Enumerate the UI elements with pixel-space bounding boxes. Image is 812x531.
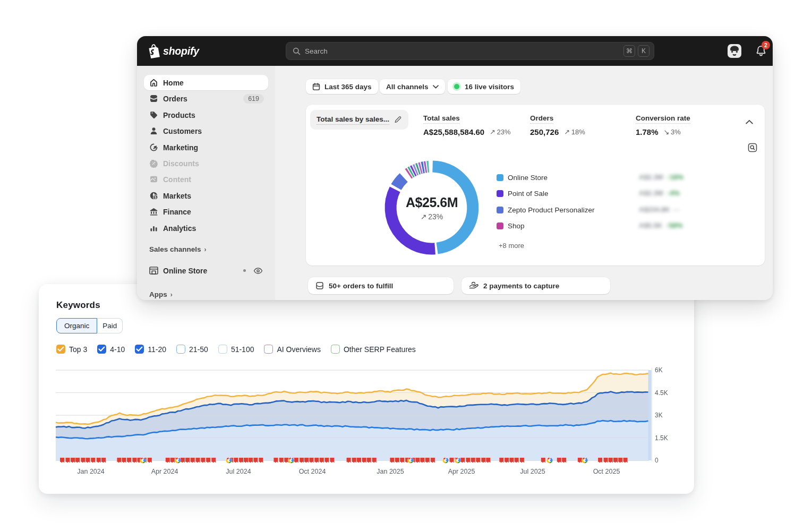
svg-text:Oct 2024: Oct 2024	[299, 468, 326, 475]
svg-text:3K: 3K	[655, 412, 663, 419]
svg-text:Jan 2025: Jan 2025	[377, 468, 404, 475]
svg-text:Jul 2025: Jul 2025	[520, 468, 545, 475]
svg-text:Jul 2024: Jul 2024	[226, 468, 251, 475]
svg-text:$: $	[155, 195, 157, 200]
svg-text:1.5K: 1.5K	[655, 434, 668, 442]
svg-text:Apr 2024: Apr 2024	[151, 468, 178, 475]
svg-text:4.5K: 4.5K	[655, 389, 668, 397]
svg-text:Jan 2024: Jan 2024	[77, 468, 104, 475]
svg-text:Apr 2025: Apr 2025	[448, 468, 475, 475]
svg-text:6K: 6K	[655, 366, 663, 374]
svg-text:0: 0	[655, 457, 659, 464]
svg-text:Oct 2025: Oct 2025	[593, 468, 620, 475]
